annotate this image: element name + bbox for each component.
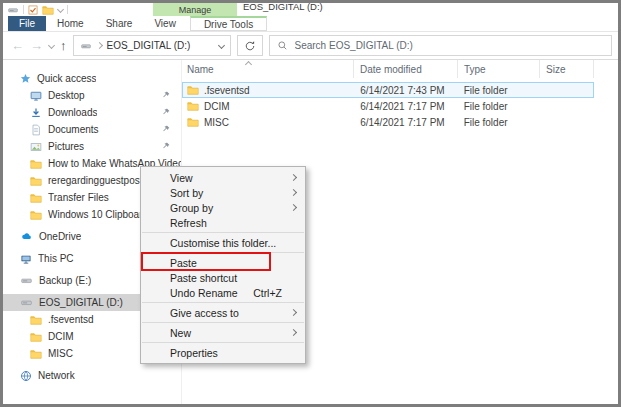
folder-icon — [187, 101, 199, 111]
tab-share[interactable]: Share — [95, 16, 144, 31]
menu-separator — [142, 232, 304, 233]
submenu-arrow-icon — [290, 309, 297, 316]
monitor-icon — [30, 90, 42, 102]
column-header-label: Name — [187, 64, 214, 75]
sidebar-item-label: This PC — [38, 253, 74, 264]
file-row-dcim[interactable]: DCIM 6/14/2021 7:17 PM File folder — [182, 98, 594, 114]
sidebar-item-pictures[interactable]: Pictures — [3, 138, 181, 155]
menu-item-label: Paste — [170, 257, 197, 269]
menu-item-new[interactable]: New — [141, 325, 305, 340]
folder-icon — [187, 85, 199, 95]
qat-customize-caret-icon[interactable] — [57, 6, 64, 13]
folder-icon — [30, 349, 42, 359]
menu-item-label: Sort by — [170, 187, 203, 199]
network-icon — [20, 370, 32, 382]
menu-item-paste-shortcut[interactable]: Paste shortcut — [141, 270, 305, 285]
menu-separator — [142, 342, 304, 343]
drive-icon — [20, 297, 33, 308]
sidebar-item-label: Documents — [48, 124, 99, 135]
file-name: MISC — [204, 117, 229, 128]
drive-icon — [80, 41, 92, 51]
document-icon — [30, 124, 42, 136]
menu-item-group-by[interactable]: Group by — [141, 200, 305, 215]
ribbon-contextual-label: Manage — [153, 3, 237, 16]
file-row-misc[interactable]: MISC 6/14/2021 7:17 PM File folder — [182, 114, 594, 130]
column-header-size[interactable]: Size — [540, 60, 594, 78]
sidebar-item-label: reregardingguestposts — [48, 175, 148, 186]
file-date-modified: 6/14/2021 7:17 PM — [354, 101, 458, 112]
star-icon — [20, 73, 31, 84]
up-arrow-icon[interactable]: ↑ — [60, 39, 67, 52]
menu-item-sort-by[interactable]: Sort by — [141, 185, 305, 200]
menu-item-label: Give access to — [170, 307, 239, 319]
file-date-modified: 6/14/2021 7:17 PM — [354, 117, 458, 128]
ribbon-tabs: File Home Share View Drive Tools — [3, 16, 618, 32]
new-folder-icon[interactable] — [42, 5, 54, 15]
submenu-arrow-icon — [290, 189, 297, 196]
recent-locations-chevron-icon[interactable] — [48, 42, 55, 49]
column-header-name[interactable]: Name — [182, 60, 354, 78]
column-header-label: Type — [464, 64, 486, 75]
breadcrumb-chevron-icon[interactable] — [95, 42, 102, 49]
sidebar-item-label: Quick access — [37, 73, 96, 84]
file-type: File folder — [458, 85, 540, 96]
menu-item-give-access-to[interactable]: Give access to — [141, 305, 305, 320]
column-header-type[interactable]: Type — [458, 60, 540, 78]
sidebar-item-label: Transfer Files — [48, 192, 109, 203]
back-arrow-icon[interactable]: ← — [11, 39, 24, 52]
file-date-modified: 6/14/2021 7:43 PM — [354, 85, 458, 96]
sidebar-item-downloads[interactable]: Downloads — [3, 104, 181, 121]
title-bar: Manage EOS_DIGITAL (D:) — [3, 3, 618, 16]
sidebar-item-quick-access[interactable]: Quick access — [3, 70, 181, 87]
forward-arrow-icon[interactable]: → — [30, 39, 43, 52]
pin-icon[interactable] — [161, 124, 171, 134]
quick-access-toolbar — [7, 3, 68, 16]
column-header-date-modified[interactable]: Date modified — [354, 60, 458, 78]
menu-item-refresh[interactable]: Refresh — [141, 215, 305, 230]
pin-icon[interactable] — [161, 141, 171, 151]
search-input[interactable] — [270, 36, 612, 55]
drive-icon — [7, 5, 19, 15]
sidebar-item-network[interactable]: Network — [3, 367, 181, 384]
refresh-button[interactable] — [237, 35, 263, 56]
column-header-label: Date modified — [360, 64, 422, 75]
address-dropdown-chevron-icon[interactable] — [217, 42, 224, 49]
sidebar-item-documents[interactable]: Documents — [3, 121, 181, 138]
tab-view[interactable]: View — [143, 16, 187, 31]
address-box[interactable]: EOS_DIGITAL (D:) — [73, 35, 231, 56]
menu-item-label: View — [170, 172, 193, 184]
menu-item-paste[interactable]: Paste — [141, 255, 305, 270]
sidebar-item-label: MISC — [48, 348, 73, 359]
sidebar-item-label: Pictures — [48, 141, 84, 152]
folder-icon — [30, 193, 42, 203]
sidebar-item-label: Desktop — [48, 90, 85, 101]
context-menu: View Sort by Group by Refresh Customise … — [140, 166, 306, 364]
menu-item-customise-this-folder[interactable]: Customise this folder... — [141, 235, 305, 250]
file-row-fseventsd[interactable]: .fseventsd 6/14/2021 7:43 PM File folder — [182, 82, 594, 98]
pin-icon[interactable] — [161, 107, 171, 117]
drive-icon — [20, 275, 33, 286]
menu-item-properties[interactable]: Properties — [141, 345, 305, 360]
sidebar-item-desktop[interactable]: Desktop — [3, 87, 181, 104]
menu-item-undo-rename[interactable]: Undo Rename Ctrl+Z — [141, 285, 305, 300]
folder-icon — [30, 210, 42, 220]
sidebar-item-label: Backup (E:) — [39, 275, 91, 286]
window-title: EOS_DIGITAL (D:) — [243, 1, 323, 12]
address-bar: ← → ↑ EOS_DIGITAL (D:) — [3, 32, 618, 60]
picture-icon — [30, 141, 42, 153]
folder-icon — [30, 315, 42, 325]
pin-icon[interactable] — [161, 90, 171, 100]
properties-check-icon[interactable] — [28, 5, 38, 15]
file-name: .fseventsd — [204, 85, 250, 96]
column-headers: Name Date modified Type Size — [182, 60, 618, 78]
menu-item-view[interactable]: View — [141, 170, 305, 185]
tab-file[interactable]: File — [8, 16, 46, 31]
sidebar-item-label: Downloads — [48, 107, 97, 118]
search-box[interactable] — [269, 35, 613, 56]
tab-drive-tools[interactable]: Drive Tools — [190, 16, 267, 31]
submenu-arrow-icon — [290, 174, 297, 181]
toolbar-divider — [23, 5, 24, 14]
tab-home[interactable]: Home — [46, 16, 95, 31]
breadcrumb[interactable]: EOS_DIGITAL (D:) — [107, 40, 214, 51]
menu-item-label: Properties — [170, 347, 218, 359]
